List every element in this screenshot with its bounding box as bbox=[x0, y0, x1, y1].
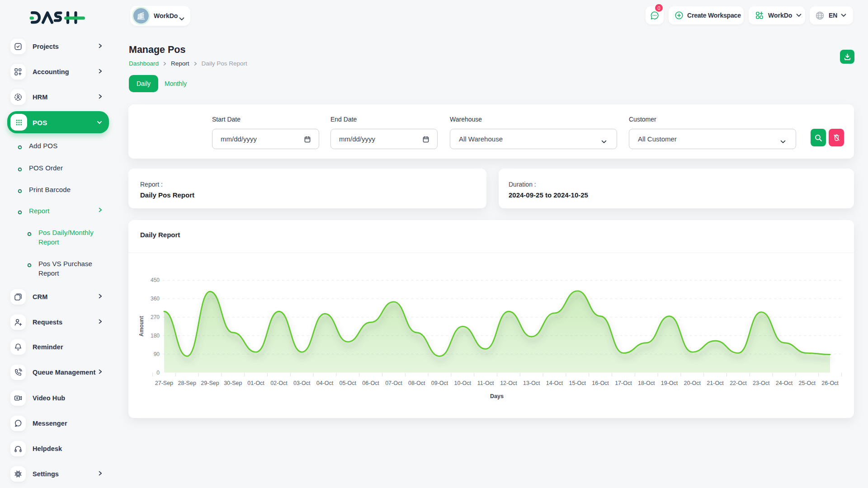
svg-text:16-Oct: 16-Oct bbox=[592, 380, 609, 386]
svg-text:Amount: Amount bbox=[138, 316, 145, 336]
svg-text:29-Sep: 29-Sep bbox=[201, 380, 219, 386]
svg-text:15-Oct: 15-Oct bbox=[569, 380, 586, 386]
svg-text:21-Oct: 21-Oct bbox=[707, 380, 724, 386]
svg-text:14-Oct: 14-Oct bbox=[546, 380, 563, 386]
svg-text:05-Oct: 05-Oct bbox=[340, 380, 357, 386]
svg-text:18-Oct: 18-Oct bbox=[638, 380, 655, 386]
svg-text:24-Oct: 24-Oct bbox=[776, 380, 793, 386]
svg-text:19-Oct: 19-Oct bbox=[661, 380, 678, 386]
svg-text:Days: Days bbox=[490, 393, 504, 399]
svg-text:270: 270 bbox=[151, 314, 160, 320]
svg-text:360: 360 bbox=[151, 296, 160, 302]
svg-text:12-Oct: 12-Oct bbox=[500, 380, 517, 386]
svg-text:10-Oct: 10-Oct bbox=[454, 380, 472, 386]
svg-text:11-Oct: 11-Oct bbox=[477, 380, 494, 386]
svg-text:180: 180 bbox=[151, 333, 160, 339]
svg-text:13-Oct: 13-Oct bbox=[523, 380, 540, 386]
svg-text:22-Oct: 22-Oct bbox=[730, 380, 747, 386]
svg-text:28-Sep: 28-Sep bbox=[178, 380, 196, 386]
svg-text:09-Oct: 09-Oct bbox=[431, 380, 448, 386]
svg-text:23-Oct: 23-Oct bbox=[753, 380, 770, 386]
svg-text:06-Oct: 06-Oct bbox=[362, 380, 379, 386]
svg-text:27-Sep: 27-Sep bbox=[155, 380, 173, 386]
svg-text:01-Oct: 01-Oct bbox=[247, 380, 264, 386]
svg-text:20-Oct: 20-Oct bbox=[684, 380, 701, 386]
svg-text:17-Oct: 17-Oct bbox=[615, 380, 632, 386]
svg-text:0: 0 bbox=[156, 370, 160, 376]
svg-text:26-Oct: 26-Oct bbox=[821, 380, 839, 386]
svg-text:30-Sep: 30-Sep bbox=[224, 380, 242, 386]
svg-text:25-Oct: 25-Oct bbox=[799, 380, 816, 386]
svg-text:90: 90 bbox=[154, 351, 160, 357]
svg-text:04-Oct: 04-Oct bbox=[316, 380, 334, 386]
svg-text:450: 450 bbox=[151, 277, 160, 283]
svg-text:02-Oct: 02-Oct bbox=[270, 380, 288, 386]
svg-text:07-Oct: 07-Oct bbox=[385, 380, 402, 386]
svg-text:03-Oct: 03-Oct bbox=[293, 380, 311, 386]
svg-text:08-Oct: 08-Oct bbox=[408, 380, 425, 386]
